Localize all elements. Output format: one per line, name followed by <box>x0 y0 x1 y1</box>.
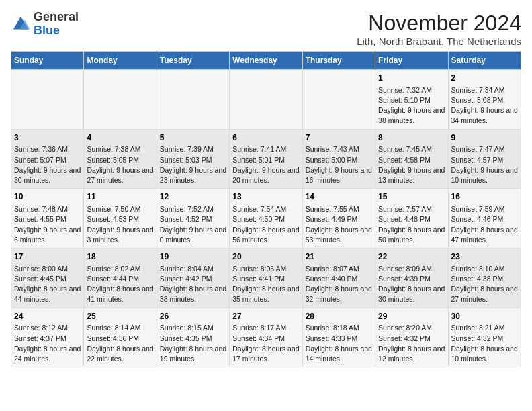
day-number: 17 <box>14 251 81 263</box>
calendar: SundayMondayTuesdayWednesdayThursdayFrid… <box>11 51 521 367</box>
calendar-day-cell <box>84 70 157 130</box>
calendar-day-cell: 16Sunrise: 7:59 AM Sunset: 4:46 PM Dayli… <box>448 189 521 248</box>
day-of-week-header: Tuesday <box>157 52 229 70</box>
calendar-day-cell: 14Sunrise: 7:55 AM Sunset: 4:49 PM Dayli… <box>302 189 375 248</box>
day-number: 9 <box>451 132 518 144</box>
calendar-day-cell: 3Sunrise: 7:36 AM Sunset: 5:07 PM Daylig… <box>11 129 84 189</box>
calendar-day-cell: 29Sunrise: 8:20 AM Sunset: 4:32 PM Dayli… <box>375 308 448 367</box>
day-info: Sunrise: 8:02 AM Sunset: 4:44 PM Dayligh… <box>87 264 153 305</box>
calendar-day-cell <box>157 70 229 130</box>
day-info: Sunrise: 8:07 AM Sunset: 4:40 PM Dayligh… <box>306 264 372 305</box>
day-info: Sunrise: 8:09 AM Sunset: 4:39 PM Dayligh… <box>378 264 445 305</box>
calendar-day-cell: 25Sunrise: 8:14 AM Sunset: 4:36 PM Dayli… <box>84 308 157 367</box>
day-info: Sunrise: 8:18 AM Sunset: 4:33 PM Dayligh… <box>306 323 372 364</box>
calendar-day-cell: 4Sunrise: 7:38 AM Sunset: 5:05 PM Daylig… <box>84 129 157 189</box>
day-number: 11 <box>87 191 153 203</box>
day-number: 1 <box>378 73 445 84</box>
day-info: Sunrise: 8:17 AM Sunset: 4:34 PM Dayligh… <box>232 323 299 364</box>
day-number: 24 <box>14 311 81 322</box>
day-number: 25 <box>87 311 153 322</box>
calendar-day-cell: 6Sunrise: 7:41 AM Sunset: 5:01 PM Daylig… <box>230 129 302 189</box>
day-info: Sunrise: 7:54 AM Sunset: 4:50 PM Dayligh… <box>232 204 299 245</box>
day-of-week-header: Monday <box>84 52 157 70</box>
calendar-day-cell: 2Sunrise: 7:34 AM Sunset: 5:08 PM Daylig… <box>448 70 521 130</box>
calendar-day-cell: 27Sunrise: 8:17 AM Sunset: 4:34 PM Dayli… <box>230 308 302 367</box>
day-number: 8 <box>378 132 445 144</box>
day-number: 27 <box>232 311 299 322</box>
header: General Blue November 2024 Lith, North B… <box>11 11 521 47</box>
day-number: 4 <box>87 132 153 144</box>
day-info: Sunrise: 8:20 AM Sunset: 4:32 PM Dayligh… <box>378 323 445 364</box>
calendar-day-cell <box>302 70 375 130</box>
day-number: 23 <box>451 251 518 263</box>
month-title: November 2024 <box>357 11 521 36</box>
day-number: 10 <box>14 191 81 203</box>
day-info: Sunrise: 7:39 AM Sunset: 5:03 PM Dayligh… <box>160 144 226 185</box>
calendar-day-cell: 5Sunrise: 7:39 AM Sunset: 5:03 PM Daylig… <box>157 129 229 189</box>
day-number: 30 <box>451 311 518 322</box>
logo-text: General Blue <box>34 11 79 38</box>
calendar-day-cell: 30Sunrise: 8:21 AM Sunset: 4:32 PM Dayli… <box>448 308 521 367</box>
calendar-day-cell: 17Sunrise: 8:00 AM Sunset: 4:45 PM Dayli… <box>11 248 84 308</box>
day-info: Sunrise: 8:06 AM Sunset: 4:41 PM Dayligh… <box>232 264 299 305</box>
logo: General Blue <box>11 11 79 38</box>
calendar-day-cell <box>11 70 84 130</box>
day-number: 18 <box>87 251 153 263</box>
calendar-day-cell: 23Sunrise: 8:10 AM Sunset: 4:38 PM Dayli… <box>448 248 521 308</box>
day-info: Sunrise: 8:12 AM Sunset: 4:37 PM Dayligh… <box>14 323 81 364</box>
calendar-day-cell: 10Sunrise: 7:48 AM Sunset: 4:55 PM Dayli… <box>11 189 84 248</box>
calendar-week-row: 24Sunrise: 8:12 AM Sunset: 4:37 PM Dayli… <box>11 308 521 367</box>
day-info: Sunrise: 7:43 AM Sunset: 5:00 PM Dayligh… <box>306 144 372 185</box>
calendar-day-cell: 12Sunrise: 7:52 AM Sunset: 4:52 PM Dayli… <box>157 189 229 248</box>
day-info: Sunrise: 7:41 AM Sunset: 5:01 PM Dayligh… <box>232 144 299 185</box>
calendar-day-cell: 24Sunrise: 8:12 AM Sunset: 4:37 PM Dayli… <box>11 308 84 367</box>
day-of-week-header: Friday <box>375 52 448 70</box>
day-info: Sunrise: 8:04 AM Sunset: 4:42 PM Dayligh… <box>160 264 226 305</box>
logo-blue: Blue <box>34 24 60 37</box>
calendar-day-cell: 19Sunrise: 8:04 AM Sunset: 4:42 PM Dayli… <box>157 248 229 308</box>
day-number: 14 <box>306 191 372 203</box>
calendar-day-cell: 1Sunrise: 7:32 AM Sunset: 5:10 PM Daylig… <box>375 70 448 130</box>
day-info: Sunrise: 7:34 AM Sunset: 5:08 PM Dayligh… <box>451 85 518 126</box>
day-number: 13 <box>232 191 299 203</box>
day-info: Sunrise: 7:45 AM Sunset: 4:58 PM Dayligh… <box>378 144 445 185</box>
calendar-week-row: 3Sunrise: 7:36 AM Sunset: 5:07 PM Daylig… <box>11 129 521 189</box>
calendar-day-cell: 18Sunrise: 8:02 AM Sunset: 4:44 PM Dayli… <box>84 248 157 308</box>
day-number: 22 <box>378 251 445 263</box>
day-number: 28 <box>306 311 372 322</box>
logo-icon <box>11 14 31 34</box>
day-info: Sunrise: 7:36 AM Sunset: 5:07 PM Dayligh… <box>14 144 81 185</box>
day-of-week-header: Thursday <box>302 52 375 70</box>
day-number: 26 <box>160 311 226 322</box>
day-info: Sunrise: 7:47 AM Sunset: 4:57 PM Dayligh… <box>451 144 518 185</box>
day-number: 2 <box>451 73 518 84</box>
calendar-week-row: 1Sunrise: 7:32 AM Sunset: 5:10 PM Daylig… <box>11 70 521 130</box>
calendar-day-cell: 7Sunrise: 7:43 AM Sunset: 5:00 PM Daylig… <box>302 129 375 189</box>
logo-general: General <box>34 10 79 24</box>
day-number: 16 <box>451 191 518 203</box>
calendar-day-cell: 15Sunrise: 7:57 AM Sunset: 4:48 PM Dayli… <box>375 189 448 248</box>
day-info: Sunrise: 7:57 AM Sunset: 4:48 PM Dayligh… <box>378 204 445 245</box>
day-of-week-header: Wednesday <box>230 52 302 70</box>
calendar-day-cell: 13Sunrise: 7:54 AM Sunset: 4:50 PM Dayli… <box>230 189 302 248</box>
day-number: 21 <box>306 251 372 263</box>
day-info: Sunrise: 7:55 AM Sunset: 4:49 PM Dayligh… <box>306 204 372 245</box>
day-info: Sunrise: 7:59 AM Sunset: 4:46 PM Dayligh… <box>451 204 518 245</box>
day-info: Sunrise: 7:48 AM Sunset: 4:55 PM Dayligh… <box>14 204 81 245</box>
day-number: 29 <box>378 311 445 322</box>
calendar-week-row: 10Sunrise: 7:48 AM Sunset: 4:55 PM Dayli… <box>11 189 521 248</box>
day-of-week-header: Sunday <box>11 52 84 70</box>
day-info: Sunrise: 8:21 AM Sunset: 4:32 PM Dayligh… <box>451 323 518 364</box>
calendar-day-cell: 22Sunrise: 8:09 AM Sunset: 4:39 PM Dayli… <box>375 248 448 308</box>
calendar-header-row: SundayMondayTuesdayWednesdayThursdayFrid… <box>11 52 521 70</box>
calendar-day-cell: 20Sunrise: 8:06 AM Sunset: 4:41 PM Dayli… <box>230 248 302 308</box>
day-number: 15 <box>378 191 445 203</box>
calendar-week-row: 17Sunrise: 8:00 AM Sunset: 4:45 PM Dayli… <box>11 248 521 308</box>
calendar-day-cell: 28Sunrise: 8:18 AM Sunset: 4:33 PM Dayli… <box>302 308 375 367</box>
day-info: Sunrise: 8:10 AM Sunset: 4:38 PM Dayligh… <box>451 264 518 305</box>
day-info: Sunrise: 8:00 AM Sunset: 4:45 PM Dayligh… <box>14 264 81 305</box>
calendar-day-cell: 8Sunrise: 7:45 AM Sunset: 4:58 PM Daylig… <box>375 129 448 189</box>
day-info: Sunrise: 7:52 AM Sunset: 4:52 PM Dayligh… <box>160 204 226 245</box>
day-number: 19 <box>160 251 226 263</box>
day-info: Sunrise: 8:14 AM Sunset: 4:36 PM Dayligh… <box>87 323 153 364</box>
